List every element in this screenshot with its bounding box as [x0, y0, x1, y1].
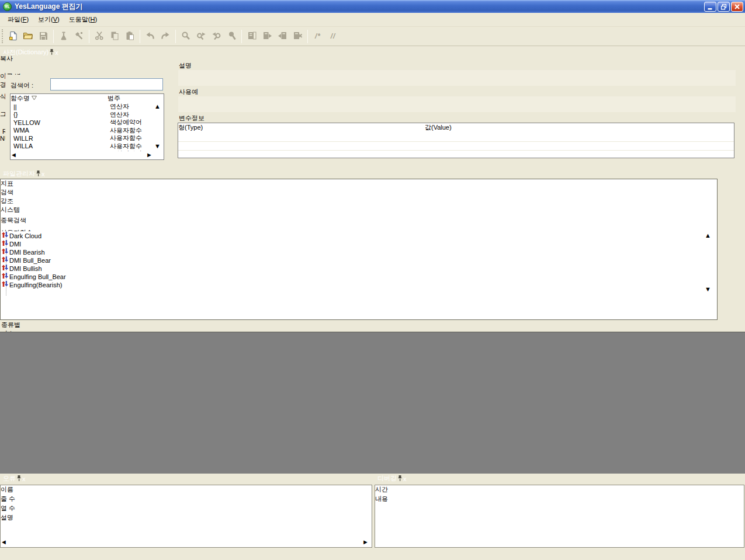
category-button-검색[interactable]: 검색	[1, 188, 717, 197]
search-label: 검색어 :	[11, 81, 33, 90]
vscroll-thumb[interactable]	[705, 261, 715, 269]
file-tree-vscrollbar[interactable]: ▲ ▼	[705, 232, 715, 295]
function-name: WILLA	[11, 142, 108, 149]
variable-table-header-spacer[interactable]	[726, 123, 734, 133]
close-button[interactable]	[731, 2, 743, 12]
tree-item[interactable]: Engulfing(Bearish)	[1, 280, 717, 288]
function-row[interactable]: ||연산자	[11, 103, 155, 111]
function-table-header-name[interactable]: 함수명	[11, 94, 108, 103]
function-table-header-category[interactable]: 범주	[108, 94, 155, 103]
error-table-header: 이름줄 수열 수설명	[1, 485, 372, 523]
comment-block-button[interactable]: /*	[310, 29, 325, 44]
cut-icon	[95, 31, 104, 41]
debug-column-spacer[interactable]	[375, 504, 420, 513]
scroll-left-button[interactable]: ◄	[11, 151, 19, 159]
toolbar-separator	[175, 30, 176, 43]
bookmark-clear-button[interactable]	[290, 29, 305, 44]
toolbar-grip[interactable]	[2, 29, 4, 43]
scroll-up-button[interactable]: ▲	[705, 232, 715, 241]
search-input[interactable]	[50, 78, 163, 91]
new-file-button[interactable]	[5, 29, 20, 44]
debug-column-2[interactable]: 내용	[375, 495, 611, 504]
error-column-2[interactable]: 줄 수	[1, 495, 60, 504]
file-manager-view-tabs: 종류별리스트	[1, 321, 176, 332]
menu-item[interactable]: 도움말(H)	[64, 13, 102, 26]
category-buttons-top: 지표검색강조시스템	[1, 179, 717, 214]
variable-table-header-1[interactable]: 형(Type)	[178, 123, 425, 133]
bookmark-toggle-button[interactable]	[244, 29, 259, 44]
scroll-left-button[interactable]: ◄	[1, 538, 10, 547]
error-column-1[interactable]: 이름	[1, 485, 90, 495]
minimize-button[interactable]	[704, 2, 716, 12]
tree-item-label: Engulfing Bull_Bear	[9, 273, 66, 280]
toolbar-separator	[53, 30, 54, 43]
tree-item-label: DMI Bullish	[9, 265, 42, 272]
scroll-down-button[interactable]: ▼	[154, 142, 164, 151]
menu-item[interactable]: 파일(F)	[3, 13, 33, 26]
find-next-button[interactable]	[193, 29, 209, 44]
debug-column-1[interactable]: 시간	[375, 485, 463, 495]
find-in-selection-button[interactable]	[224, 29, 239, 44]
cut-button[interactable]	[92, 29, 107, 44]
copy-button[interactable]	[107, 29, 122, 44]
error-panel-body: 이름줄 수열 수설명 ◄ ►	[0, 485, 372, 548]
tree-item[interactable]: DMI	[1, 239, 717, 248]
function-table-hscrollbar[interactable]: ◄ ►	[11, 151, 155, 159]
debug-panel-titlebar: 디버깅 x	[375, 474, 745, 484]
undo-icon	[145, 31, 155, 41]
category-button-지표[interactable]: 지표	[1, 179, 717, 188]
paste-button[interactable]	[122, 29, 137, 44]
function-row[interactable]: WILLR사용자함수	[11, 134, 155, 142]
function-row[interactable]: WMA사용자함수	[11, 127, 155, 135]
verify-button[interactable]	[56, 29, 71, 44]
scroll-up-button[interactable]: ▲	[154, 103, 164, 112]
open-file-button[interactable]	[20, 29, 36, 44]
pin-icon[interactable]	[16, 475, 22, 483]
error-column-4[interactable]: 설명	[1, 513, 164, 523]
hscroll-thumb[interactable]	[20, 151, 125, 159]
tree-item[interactable]: DMI Bull_Bear	[1, 256, 717, 264]
find-prev-button[interactable]	[209, 29, 224, 44]
variable-table-header-2[interactable]: 값(Value)	[425, 123, 726, 133]
tools-button[interactable]	[71, 29, 86, 44]
redo-button[interactable]	[158, 29, 173, 44]
category-button-종목검색[interactable]: 종목검색	[1, 214, 717, 227]
function-row[interactable]: {}연산자	[11, 111, 155, 119]
category-button-강조[interactable]: 강조	[1, 197, 717, 206]
bookmark-prev-button[interactable]	[275, 29, 290, 44]
file-manager-close-button[interactable]: x	[41, 171, 45, 178]
open-file-icon	[23, 31, 33, 41]
dictionary-panel-close-button[interactable]: x	[55, 49, 58, 56]
find-button[interactable]	[178, 29, 193, 44]
error-panel-close-button[interactable]: x	[22, 475, 26, 482]
close-icon	[733, 3, 741, 11]
tree-item[interactable]: Dark Cloud	[1, 231, 717, 239]
undo-button[interactable]	[143, 29, 158, 44]
menu-item[interactable]: 보기(V)	[33, 13, 64, 26]
vscroll-thumb[interactable]	[154, 112, 164, 123]
category-button-시스템[interactable]: 시스템	[1, 206, 717, 214]
hscroll-thumb[interactable]	[11, 538, 328, 547]
restore-button[interactable]	[718, 2, 730, 12]
function-row[interactable]: YELLOW색상예약어	[11, 119, 155, 127]
scroll-right-button[interactable]: ►	[362, 538, 372, 547]
tree-item[interactable]: Engulfing Bull_Bear	[1, 272, 717, 280]
function-row[interactable]: WILLA사용자함수	[11, 142, 155, 151]
debug-panel-close-button[interactable]: x	[403, 475, 407, 482]
scroll-down-button[interactable]: ▼	[705, 286, 715, 295]
tree-item[interactable]: DMI Bullish	[1, 264, 717, 272]
function-table-vscrollbar[interactable]: ▲ ▼	[154, 103, 164, 151]
find-next-icon	[196, 31, 206, 41]
pin-icon[interactable]	[35, 170, 41, 178]
toolbar-separator	[89, 30, 89, 43]
save-button[interactable]	[36, 29, 51, 44]
bookmark-next-button[interactable]	[259, 29, 275, 44]
pin-icon[interactable]	[48, 48, 55, 57]
error-column-3[interactable]: 열 수	[1, 504, 60, 513]
comment-line-button[interactable]: //	[325, 29, 341, 44]
error-panel-hscrollbar[interactable]: ◄ ►	[1, 538, 372, 547]
scroll-right-button[interactable]: ►	[146, 151, 155, 159]
pin-icon[interactable]	[397, 475, 403, 483]
tree-item[interactable]: DMI Bearish	[1, 248, 717, 256]
view-tab-1[interactable]: 종류별	[1, 321, 176, 329]
